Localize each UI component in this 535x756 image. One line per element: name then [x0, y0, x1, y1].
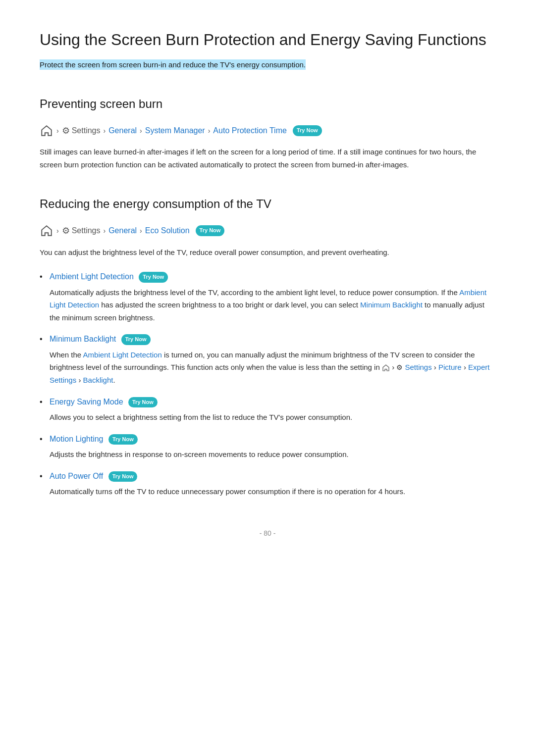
try-now-badge-ambient[interactable]: Try Now: [139, 272, 168, 283]
nav-path-section1: › ⚙ Settings › General › System Manager …: [40, 124, 495, 138]
list-item-motion-lighting: Motion Lighting Try Now Adjusts the brig…: [40, 433, 495, 461]
nav-path-section2: › ⚙ Settings › General › Eco Solution Tr…: [40, 224, 495, 238]
min-backlight-title[interactable]: Minimum Backlight: [50, 335, 116, 343]
list-item-ambient: Ambient Light Detection Try Now Automati…: [40, 270, 495, 324]
try-now-badge-min-backlight[interactable]: Try Now: [121, 334, 151, 345]
nav-settings-label-1: ⚙ Settings: [62, 124, 101, 138]
auto-power-off-title[interactable]: Auto Power Off: [50, 472, 103, 480]
chevron-icon-2: ›: [103, 125, 106, 136]
nav-settings-text-1[interactable]: Settings: [72, 124, 101, 137]
subtitle-text: Protect the screen from screen burn-in a…: [40, 59, 306, 70]
nav-general-1[interactable]: General: [108, 124, 137, 137]
inline-picture-link[interactable]: Picture: [438, 363, 462, 371]
motion-lighting-desc: Adjusts the brightness in response to on…: [50, 448, 495, 461]
inline-ambient-link-2[interactable]: Ambient Light Detection: [83, 351, 162, 359]
ambient-title[interactable]: Ambient Light Detection: [50, 272, 134, 281]
chevron-icon-4: ›: [208, 125, 211, 136]
list-item-min-backlight: Minimum Backlight Try Now When the Ambie…: [40, 333, 495, 386]
page-footer: - 80 -: [40, 528, 495, 539]
ambient-desc: Automatically adjusts the brightness lev…: [50, 286, 495, 324]
inline-chevron-3: ›: [464, 363, 466, 371]
gear-icon-1: ⚙: [62, 124, 70, 138]
chevron-icon-1: ›: [56, 125, 59, 136]
nav-settings-label-2: ⚙ Settings: [62, 224, 101, 238]
try-now-badge-energy[interactable]: Try Now: [128, 397, 158, 408]
gear-icon-2: ⚙: [62, 224, 70, 238]
section2-title: Reducing the energy consumption of the T…: [40, 195, 495, 213]
nav-settings-text-2[interactable]: Settings: [72, 224, 101, 237]
chevron-icon-7: ›: [140, 225, 142, 236]
inline-chevron-1: ›: [392, 363, 394, 371]
inline-settings-link[interactable]: Settings: [405, 363, 431, 371]
try-now-badge-eco[interactable]: Try Now: [196, 225, 225, 236]
list-item-energy-saving: Energy Saving Mode Try Now Allows you to…: [40, 396, 495, 424]
page-title: Using the Screen Burn Protection and Ene…: [40, 30, 495, 50]
energy-saving-desc: Allows you to select a brightness settin…: [50, 411, 495, 424]
inline-min-backlight-link[interactable]: Minimum Backlight: [360, 301, 423, 309]
inline-backlight-link[interactable]: Backlight: [83, 376, 113, 384]
section1-body: Still images can leave burned-in after-i…: [40, 146, 495, 171]
try-now-badge-auto-power[interactable]: Try Now: [108, 471, 138, 482]
feature-list: Ambient Light Detection Try Now Automati…: [40, 270, 495, 498]
min-backlight-desc: When the Ambient Light Detection is turn…: [50, 349, 495, 387]
subtitle-row: Protect the screen from screen burn-in a…: [40, 58, 495, 71]
nav-general-2[interactable]: General: [108, 224, 137, 237]
nav-inline-home-icon: [382, 363, 392, 371]
home-icon-2[interactable]: [40, 224, 54, 238]
list-item-auto-power-off: Auto Power Off Try Now Automatically tur…: [40, 470, 495, 498]
nav-auto-protection[interactable]: Auto Protection Time: [213, 124, 287, 137]
chevron-icon-5: ›: [56, 225, 59, 236]
home-icon[interactable]: [40, 124, 54, 138]
section2-intro: You can adjust the brightness level of t…: [40, 246, 495, 259]
chevron-icon-6: ›: [103, 225, 106, 236]
chevron-icon-3: ›: [140, 125, 142, 136]
auto-power-off-desc: Automatically turns off the TV to reduce…: [50, 485, 495, 498]
energy-saving-title[interactable]: Energy Saving Mode: [50, 398, 123, 406]
motion-lighting-title[interactable]: Motion Lighting: [50, 435, 104, 443]
inline-chevron-2: ›: [434, 363, 436, 371]
inline-gear-icon: ⚙: [396, 363, 403, 371]
nav-eco-solution[interactable]: Eco Solution: [145, 224, 190, 237]
section1-title: Preventing screen burn: [40, 95, 495, 113]
try-now-badge-motion[interactable]: Try Now: [108, 434, 138, 445]
nav-system-manager[interactable]: System Manager: [145, 124, 205, 137]
try-now-badge-section1[interactable]: Try Now: [293, 125, 322, 136]
inline-chevron-4: ›: [78, 376, 81, 384]
